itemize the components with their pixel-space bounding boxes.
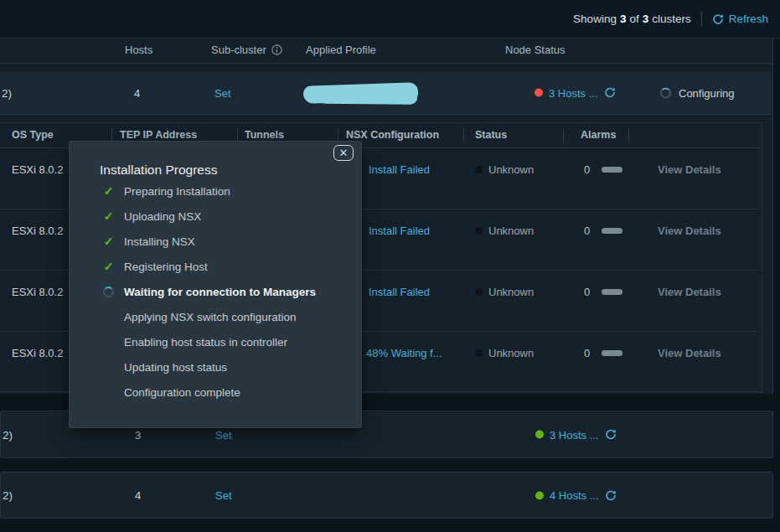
node-status-success-dot: [535, 491, 544, 499]
column-alarms: Alarms: [581, 129, 616, 141]
alarms-cell: 0: [584, 225, 622, 237]
cluster-hosts-count: 4: [135, 489, 141, 502]
alarm-trend-icon: [602, 350, 622, 356]
showing-clusters-text: Showing 3 of 3 clusters: [573, 13, 691, 25]
host-status: Unknown: [475, 347, 534, 359]
status-unknown-dot: [475, 288, 483, 296]
node-status-link[interactable]: 3 Hosts ...: [550, 428, 599, 441]
node-status-group: 4 Hosts ...: [535, 489, 617, 502]
alarms-cell: 0: [584, 163, 622, 176]
nsx-configuration-link[interactable]: Install Failed: [369, 225, 430, 237]
node-status-refresh-icon[interactable]: [605, 429, 617, 441]
nsx-configuration-link[interactable]: Install Failed: [369, 163, 430, 176]
host-os-type: ESXi 8.0.2: [12, 347, 63, 359]
step-label: Installing NSX: [124, 235, 195, 248]
alarm-trend-icon: [602, 228, 622, 234]
view-details-button[interactable]: View Details: [658, 163, 721, 176]
redaction-scribble: [303, 82, 419, 104]
alarms-cell: 0: [584, 347, 622, 359]
alarms-count: 0: [584, 347, 590, 359]
node-status-group: 3 Hosts ...: [535, 86, 616, 99]
cluster-name-truncated[interactable]: 2): [2, 86, 12, 99]
install-step: ✓ Installing NSX: [101, 229, 349, 254]
clusters-word: clusters: [652, 13, 691, 25]
alarm-trend-icon: [602, 167, 622, 173]
node-status-link[interactable]: 4 Hosts ...: [550, 489, 599, 502]
column-tunnels: Tunnels: [245, 129, 284, 141]
configuring-label: Configuring: [679, 86, 735, 99]
host-os-type: ESXi 8.0.2: [12, 163, 63, 176]
column-tep-ip: TEP IP Address: [120, 129, 197, 141]
refresh-button[interactable]: Refresh: [712, 13, 768, 25]
install-step: ✓ Registering Host: [101, 254, 349, 279]
node-status-refresh-icon[interactable]: [605, 489, 617, 501]
nsx-progress-label: 48% Waiting f...: [366, 347, 442, 359]
view-details-button[interactable]: View Details: [658, 347, 721, 359]
step-label: Preparing Installation: [124, 185, 230, 198]
step-label: Waiting for connection to Managers: [124, 286, 316, 298]
install-step: ✓ Preparing Installation: [101, 178, 349, 204]
nsx-configuration-link[interactable]: Install Failed: [369, 286, 430, 298]
host-status: Unknown: [475, 163, 534, 176]
node-status-link[interactable]: 3 Hosts ...: [549, 86, 598, 99]
check-icon: ✓: [101, 235, 116, 248]
install-step: ✓ Uploading NSX: [101, 204, 349, 229]
cluster-name-truncated[interactable]: 2): [3, 428, 13, 441]
install-step: Applying NSX switch configuration: [101, 304, 349, 329]
status-label: Unknown: [488, 225, 534, 237]
node-status-refresh-icon[interactable]: [604, 87, 616, 99]
view-details-button[interactable]: View Details: [658, 286, 721, 298]
nsx-host-preparation-screen: Showing 3 of 3 clusters Refresh Hosts Su…: [0, 0, 780, 532]
column-status: Status: [475, 129, 507, 141]
view-details-button[interactable]: View Details: [658, 225, 721, 237]
step-label: Applying NSX switch configuration: [124, 311, 297, 323]
host-os-type: ESXi 8.0.2: [12, 225, 63, 237]
step-label: Registering Host: [124, 261, 208, 273]
alarm-trend-icon: [602, 289, 622, 295]
install-step: Updating host status: [101, 354, 349, 380]
sub-cluster-set-link[interactable]: Set: [215, 428, 232, 441]
step-label: Updating host status: [124, 361, 227, 374]
check-icon: ✓: [101, 260, 116, 273]
alarms-count: 0: [584, 163, 590, 176]
check-icon: ✓: [101, 184, 116, 198]
cluster-row-collapsed: 2) 4 Set 4 Hosts ...: [0, 472, 773, 519]
sub-cluster-set-link[interactable]: Set: [214, 86, 231, 99]
column-separator: [463, 128, 464, 143]
toolbar-divider: [701, 12, 702, 27]
configuring-spinner-icon: [660, 87, 671, 98]
column-applied-profile: Applied Profile: [306, 44, 376, 56]
total-count: 3: [643, 13, 649, 25]
column-nsx-configuration: NSX Configuration: [346, 129, 439, 141]
cluster-name-truncated[interactable]: 2): [3, 489, 13, 502]
status-unknown-dot: [475, 349, 483, 357]
showing-prefix: Showing: [573, 13, 617, 25]
cluster-hosts-count: 4: [134, 86, 140, 99]
info-icon[interactable]: [271, 44, 282, 55]
node-status-success-dot: [535, 431, 544, 439]
column-node-status: Node Status: [505, 44, 566, 56]
installation-steps-list: ✓ Preparing Installation ✓ Uploading NSX…: [101, 178, 349, 405]
install-step: Configuration complete: [101, 380, 349, 405]
nsx-configuration-progress-link[interactable]: 48% Waiting f...: [350, 347, 442, 359]
host-status: Unknown: [475, 225, 534, 237]
alarms-count: 0: [584, 225, 590, 237]
cluster-table-header: Hosts Sub-cluster Applied Profile Node S…: [0, 39, 772, 64]
cluster-hosts-count: 3: [135, 428, 141, 441]
column-hosts: Hosts: [125, 44, 152, 56]
status-unknown-dot: [475, 166, 483, 173]
installation-progress-popup: ✕ Installation Progress ✓ Preparing Inst…: [69, 141, 362, 428]
popup-title: Installation Progress: [100, 163, 217, 178]
sub-cluster-set-link[interactable]: Set: [215, 489, 232, 502]
sub-cluster-label: Sub-cluster: [211, 44, 266, 56]
step-label: Uploading NSX: [124, 210, 201, 223]
refresh-label: Refresh: [729, 13, 768, 25]
configuring-status: Configuring: [660, 86, 735, 99]
close-icon[interactable]: ✕: [333, 145, 354, 161]
install-step-active: Waiting for connection to Managers: [101, 279, 349, 304]
column-os-type: OS Type: [12, 129, 54, 141]
status-label: Unknown: [488, 347, 534, 359]
alarms-cell: 0: [584, 286, 622, 298]
spinner-icon: [101, 287, 116, 297]
step-label: Configuration complete: [124, 386, 240, 399]
